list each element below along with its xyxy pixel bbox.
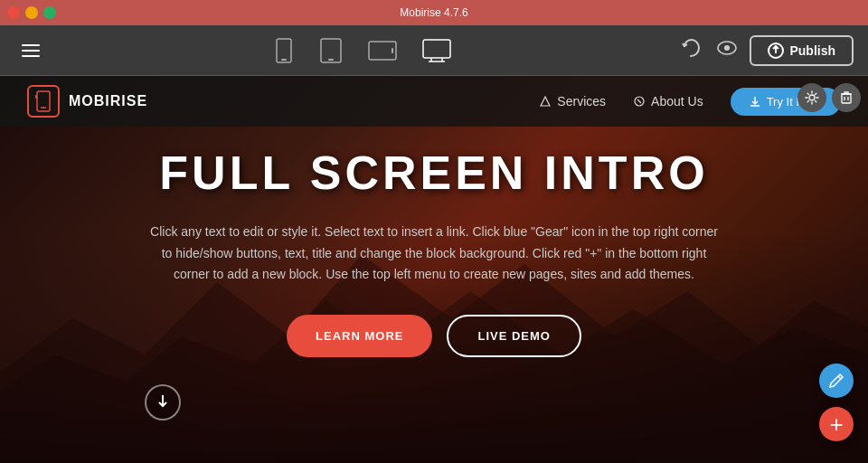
nav-services-link[interactable]: Services (539, 94, 606, 109)
floating-buttons: + (819, 364, 854, 441)
add-block-fab-button[interactable]: + (819, 407, 854, 441)
toolbar-right: Publish (677, 34, 854, 66)
hero-title: FULL SCREEN INTRO (145, 146, 723, 200)
svg-rect-5 (392, 48, 393, 53)
undo-button[interactable] (677, 34, 704, 66)
logo-text: MOBIRISE (69, 93, 147, 109)
nav-about-link[interactable]: About Us (633, 94, 703, 109)
svg-rect-6 (423, 40, 450, 58)
logo-icon (27, 85, 60, 118)
learn-more-button[interactable]: LEARN MORE (287, 315, 432, 357)
site-preview: MOBIRISE Services About Us (0, 76, 868, 463)
svg-rect-25 (842, 94, 851, 103)
mobile-device-button[interactable] (270, 34, 297, 67)
publish-label: Publish (789, 43, 835, 58)
window-controls[interactable]: × − □ (7, 6, 56, 19)
title-bar: × − □ Mobirise 4.7.6 (0, 0, 868, 25)
svg-rect-3 (328, 59, 334, 61)
svg-point-23 (809, 95, 815, 100)
tablet-portrait-device-button[interactable] (316, 34, 346, 67)
hamburger-icon (22, 44, 40, 57)
hero-buttons: LEARN MORE LIVE DEMO (145, 315, 723, 357)
toolbar-left (14, 41, 47, 61)
svg-point-11 (724, 45, 730, 51)
live-demo-button[interactable]: LIVE DEMO (447, 315, 581, 357)
add-icon: + (829, 412, 843, 436)
minimize-button[interactable]: − (25, 6, 38, 19)
site-nav-links: Services About Us Try It Now! (539, 88, 841, 116)
hamburger-menu-button[interactable] (14, 41, 47, 61)
trash-delete-button[interactable] (832, 83, 861, 112)
publish-button[interactable]: Publish (750, 35, 854, 66)
desktop-device-button[interactable] (419, 34, 455, 67)
gear-settings-button[interactable] (797, 83, 826, 112)
close-button[interactable]: × (7, 6, 20, 19)
tablet-landscape-device-button[interactable] (364, 36, 401, 65)
toolbar-center (270, 34, 455, 67)
overlay-icons (797, 83, 861, 112)
edit-fab-button[interactable] (819, 364, 854, 398)
hero-content: FULL SCREEN INTRO Click any text to edit… (127, 146, 741, 420)
hero-section: MOBIRISE Services About Us (0, 76, 868, 463)
scroll-down-button[interactable] (145, 384, 181, 420)
svg-line-20 (637, 99, 641, 103)
hero-subtitle: Click any text to edit or style it. Sele… (145, 222, 723, 286)
nav-services-label: Services (557, 94, 606, 109)
site-logo: MOBIRISE (27, 85, 147, 118)
nav-about-label: About Us (651, 94, 703, 109)
app-title: Mobirise 4.7.6 (400, 6, 467, 19)
preview-button[interactable] (713, 37, 741, 63)
svg-line-29 (838, 376, 841, 379)
svg-rect-18 (35, 95, 37, 99)
app-toolbar: Publish (0, 25, 868, 76)
site-navigation: MOBIRISE Services About Us (0, 76, 868, 127)
maximize-button[interactable]: □ (43, 6, 56, 19)
svg-rect-1 (281, 59, 287, 61)
